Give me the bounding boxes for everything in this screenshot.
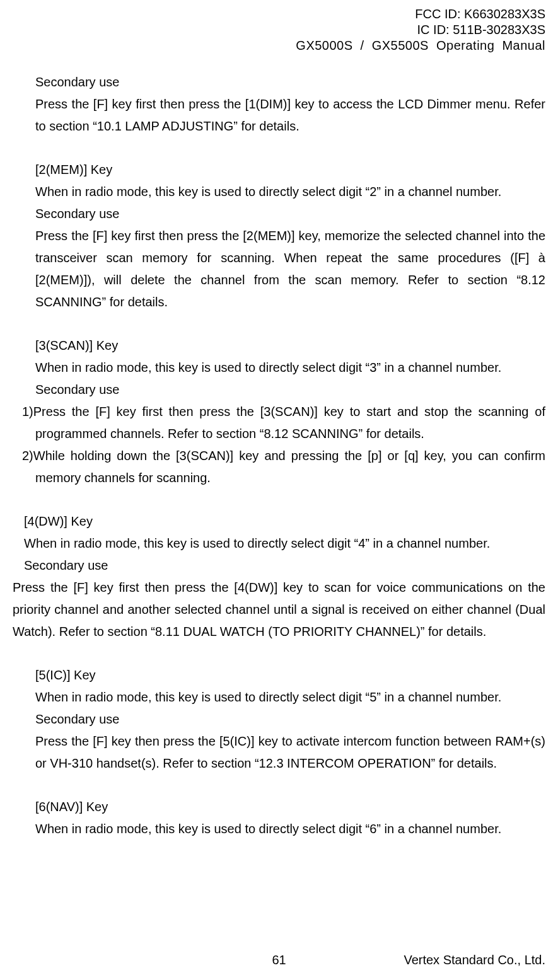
paragraph: When in radio mode, this key is used to … — [13, 181, 545, 203]
paragraph: When in radio mode, this key is used to … — [13, 533, 545, 555]
paragraph: When in radio mode, this key is used to … — [13, 818, 545, 840]
key-title-3scan: [3(SCAN)] Key — [13, 335, 545, 357]
document-body: Secondary use Press the [F] key first th… — [13, 71, 545, 840]
secondary-use-label: Secondary use — [13, 379, 545, 401]
key-title-4dw: [4(DW)] Key — [13, 510, 545, 533]
secondary-use-label: Secondary use — [13, 555, 545, 577]
paragraph: Press the [F] key first then press the [… — [13, 577, 545, 643]
key-title-6nav: [6(NAV)] Key — [13, 796, 545, 818]
secondary-use-label: Secondary use — [13, 203, 545, 225]
paragraph: When in radio mode, this key is used to … — [13, 357, 545, 379]
secondary-use-label: Secondary use — [13, 71, 545, 93]
company-name: Vertex Standard Co., Ltd. — [404, 953, 545, 967]
numbered-item-1: 1)Press the [F] key first then press the… — [13, 401, 545, 445]
numbered-item-2: 2)While holding down the [3(SCAN)] key a… — [13, 445, 545, 489]
page-number: 61 — [272, 953, 286, 967]
ic-id: IC ID: 511B-30283X3S — [13, 22, 545, 38]
document-page: FCC ID: K6630283X3S IC ID: 511B-30283X3S… — [0, 0, 558, 980]
fcc-id: FCC ID: K6630283X3S — [13, 6, 545, 22]
page-footer: . 61 Vertex Standard Co., Ltd. — [13, 953, 545, 967]
secondary-use-label: Secondary use — [13, 708, 545, 730]
key-title-2mem: [2(MEM)] Key — [13, 159, 545, 181]
paragraph: Press the [F] key first then press the [… — [13, 225, 545, 313]
paragraph: Press the [F] key first then press the [… — [13, 93, 545, 137]
product-line: GX5000S / GX5500S Operating Manual — [13, 38, 545, 54]
paragraph: When in radio mode, this key is used to … — [13, 686, 545, 708]
page-header: FCC ID: K6630283X3S IC ID: 511B-30283X3S… — [13, 6, 545, 54]
key-title-5ic: [5(IC)] Key — [13, 664, 545, 686]
paragraph: Press the [F] key then press the [5(IC)]… — [13, 730, 545, 775]
